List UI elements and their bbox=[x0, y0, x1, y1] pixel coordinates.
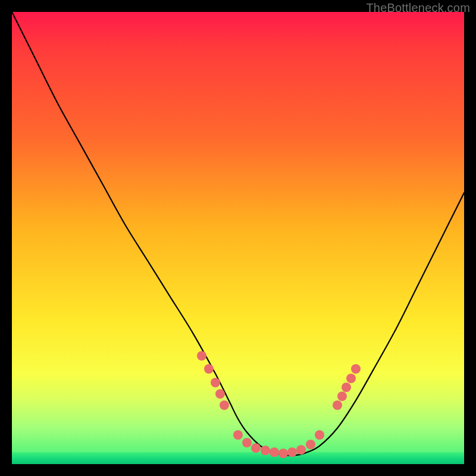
marker-dot bbox=[211, 378, 220, 387]
marker-dot bbox=[242, 438, 252, 447]
marker-dot bbox=[270, 447, 279, 457]
marker-dot bbox=[346, 374, 356, 383]
marker-dot bbox=[315, 430, 324, 440]
marker-dot bbox=[251, 443, 261, 453]
marker-dot bbox=[296, 445, 306, 455]
marker-dot bbox=[351, 364, 361, 374]
marker-dot bbox=[333, 400, 342, 410]
marker-dot bbox=[306, 440, 315, 449]
marker-dot bbox=[337, 392, 347, 401]
marker-dot bbox=[261, 446, 270, 455]
marker-dot bbox=[278, 449, 288, 458]
marker-dot bbox=[204, 364, 214, 374]
chart-stage: TheBottleneck.com bbox=[0, 0, 476, 476]
marker-dot bbox=[287, 447, 297, 457]
plot-area bbox=[12, 12, 464, 464]
marker-dot bbox=[197, 351, 206, 361]
marker-layer bbox=[12, 12, 464, 464]
marker-dot bbox=[342, 383, 351, 392]
marker-dot bbox=[233, 430, 243, 440]
marker-dot bbox=[215, 389, 225, 399]
marker-dot bbox=[220, 400, 229, 410]
